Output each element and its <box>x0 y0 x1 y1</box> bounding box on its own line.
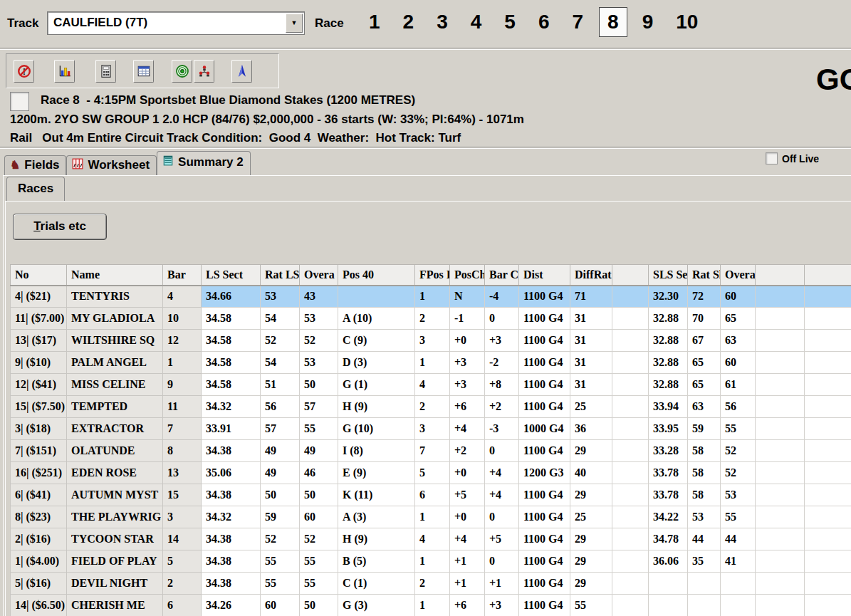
cell: 63 <box>721 330 756 352</box>
column-header[interactable] <box>612 265 649 286</box>
column-header[interactable]: PosCh <box>450 265 485 286</box>
cell: 1100 G4 <box>519 440 570 462</box>
race-number-7[interactable]: 7 <box>565 9 590 35</box>
cell <box>805 440 851 462</box>
race-number-2[interactable]: 2 <box>396 9 422 35</box>
cell <box>612 308 649 330</box>
column-header[interactable]: Rat LS <box>261 265 300 286</box>
column-header[interactable]: SLS Se <box>649 265 688 286</box>
race-number-1[interactable]: 1 <box>362 9 387 35</box>
cell: 15| ($7.50) <box>11 396 67 418</box>
table-row[interactable]: 5| ($16)DEVIL NIGHT234.385555C (1)2+1+11… <box>11 573 851 595</box>
tab-label: Worksheet <box>88 158 150 172</box>
summary-table-wrap: NoNameBarLS SectRat LSOveraPos 40FPos IP… <box>10 264 851 616</box>
cell: 67 <box>688 330 721 352</box>
cell: 72 <box>688 286 721 308</box>
no-entry-button[interactable]: ! <box>14 60 34 83</box>
bar-chart-icon <box>58 64 72 78</box>
cell: 53 <box>688 506 721 528</box>
cell: 54 <box>261 352 300 374</box>
race-select-checkbox[interactable] <box>10 92 29 111</box>
table-row[interactable]: 8| ($23)THE PLAYWRIG334.325960A (3)1+001… <box>11 506 851 528</box>
cell: 5 <box>415 462 450 484</box>
cell: +3 <box>450 352 485 374</box>
column-header[interactable]: DiffRat <box>570 265 612 286</box>
track-value: CAULFIELD (7T) <box>53 16 147 30</box>
table-row[interactable]: 14| ($6.50)CHERISH ME634.266050G (3)1+6+… <box>11 595 851 616</box>
cell <box>756 330 805 352</box>
cell: 55 <box>261 573 300 595</box>
off-live-checkbox[interactable] <box>766 152 778 165</box>
cell: 14 <box>163 528 202 550</box>
cell: PALM ANGEL <box>67 352 163 374</box>
cell: K (11) <box>338 484 415 506</box>
cell: 1100 G4 <box>519 396 570 418</box>
target-button[interactable] <box>172 60 192 83</box>
cell <box>756 396 805 418</box>
column-header[interactable]: Overa <box>300 265 338 286</box>
cell: 36.06 <box>649 550 688 573</box>
column-header[interactable]: FPos I <box>415 265 450 286</box>
cell: 4| ($21) <box>11 286 67 308</box>
org-chart-button[interactable] <box>194 60 214 83</box>
table-row[interactable]: 7| ($151)OLATUNDE834.384949I (8)7+201100… <box>11 440 851 462</box>
cell: 3 <box>415 330 450 352</box>
table-row[interactable]: 2| ($16)TYCOON STAR1434.385252H (9)4+4+5… <box>11 528 851 550</box>
table-row[interactable]: 4| ($21)TENTYRIS434.6653431N-41100 G4713… <box>11 286 851 308</box>
column-header[interactable]: LS Sect <box>202 265 261 286</box>
calculator-button[interactable] <box>95 60 116 83</box>
table-row[interactable]: 6| ($41)AUTUMN MYST1534.385050K (11)6+5+… <box>11 484 851 506</box>
race-number-9[interactable]: 9 <box>635 9 661 35</box>
race-number-5[interactable]: 5 <box>497 9 523 35</box>
bar-chart-button[interactable] <box>54 60 75 83</box>
track-dropdown-button[interactable]: ▼ <box>286 14 303 33</box>
table-row[interactable]: 13| ($17)WILTSHIRE SQ1234.585252C (9)3+0… <box>11 330 851 352</box>
dart-button[interactable] <box>231 60 252 83</box>
cell: 49 <box>261 462 300 484</box>
column-header[interactable]: Pos 40 <box>338 265 415 286</box>
tab-summary-2[interactable]: Summary 2 <box>157 151 251 175</box>
table-row[interactable]: 11| ($7.00)MY GLADIOLA1034.585453A (10)2… <box>11 308 851 330</box>
column-header[interactable]: No <box>11 265 67 286</box>
tab-worksheet[interactable]: Worksheet <box>66 155 157 175</box>
cell: 11| ($7.00) <box>11 308 67 330</box>
tab-races[interactable]: Races <box>6 177 65 201</box>
track-combobox[interactable]: CAULFIELD (7T) ▼ <box>47 11 305 35</box>
tab-fields[interactable]: ♞Fields <box>4 155 66 175</box>
cell: 50 <box>300 595 338 616</box>
cell: 34.78 <box>649 528 688 550</box>
cell: 34.32 <box>202 396 261 418</box>
column-header[interactable]: Bar Ch <box>485 265 519 286</box>
column-header[interactable]: Dist <box>519 265 570 286</box>
race-number-3[interactable]: 3 <box>429 9 455 35</box>
race-number-6[interactable]: 6 <box>531 9 557 35</box>
table-row[interactable]: 9| ($10)PALM ANGEL134.585453D (3)1+3-211… <box>11 352 851 374</box>
column-header[interactable]: Bar <box>163 265 202 286</box>
table-row[interactable]: 12| ($41)MISS CELINE934.585150G (1)4+3+8… <box>11 374 851 396</box>
cell: 49 <box>261 440 300 462</box>
cell: 33.28 <box>649 440 688 462</box>
fields-icon: ♞ <box>10 158 20 172</box>
table-row[interactable]: 15| ($7.50)TEMPTED1134.325657H (9)2+6+21… <box>11 396 851 418</box>
cell: 32.88 <box>649 352 688 374</box>
column-header[interactable]: Overa <box>721 265 756 286</box>
table-button[interactable] <box>133 60 154 83</box>
column-header[interactable] <box>756 265 805 286</box>
table-row[interactable]: 16| ($251)EDEN ROSE1335.064946E (9)5+0+4… <box>11 462 851 484</box>
table-row[interactable]: 3| ($18)EXTRACTOR733.915755G (10)3+4-310… <box>11 418 851 440</box>
race-number-10[interactable]: 10 <box>669 9 705 35</box>
trials-etc-button[interactable]: Trials etc <box>13 214 107 240</box>
cell: 25 <box>570 506 612 528</box>
cell: 1100 G4 <box>519 308 570 330</box>
column-header[interactable]: Name <box>67 265 163 286</box>
race-number-4[interactable]: 4 <box>464 9 489 35</box>
cell <box>612 550 649 573</box>
column-header[interactable] <box>805 265 851 286</box>
column-header[interactable]: Rat Sl <box>688 265 721 286</box>
cell: 33.78 <box>649 484 688 506</box>
race-number-list: 12345678910 <box>362 7 714 37</box>
track-label: Track <box>7 16 38 31</box>
race-number-8[interactable]: 8 <box>599 7 627 37</box>
table-row[interactable]: 1| ($4.00)FIELD OF PLAY534.385555B (5)1+… <box>11 550 851 573</box>
cell: 34.38 <box>202 484 261 506</box>
